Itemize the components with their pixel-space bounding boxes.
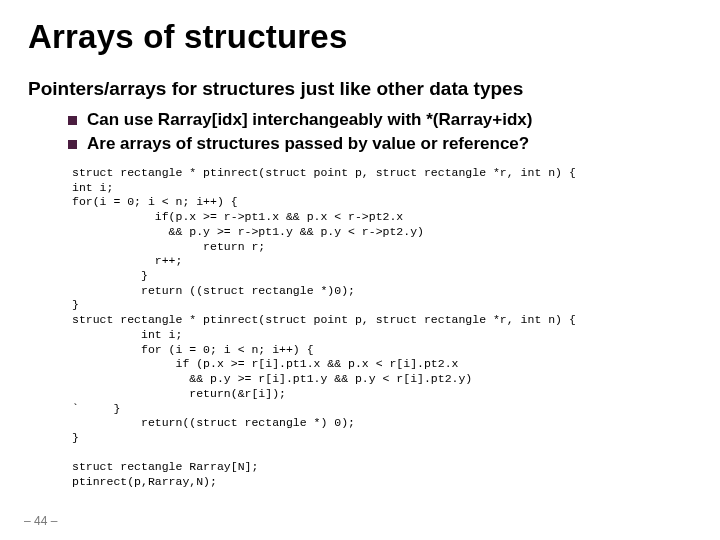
slide: Arrays of structures Pointers/arrays for… (0, 0, 720, 540)
square-bullet-icon (68, 140, 77, 149)
slide-title: Arrays of structures (28, 18, 692, 56)
page-number: – 44 – (24, 514, 57, 528)
bullet-text: Can use Rarray[idx] interchangeably with… (87, 110, 532, 130)
square-bullet-icon (68, 116, 77, 125)
bullet-list: Can use Rarray[idx] interchangeably with… (68, 110, 692, 154)
bullet-item: Are arrays of structures passed by value… (68, 134, 692, 154)
code-block: struct rectangle * ptinrect(struct point… (72, 166, 692, 490)
slide-subtitle: Pointers/arrays for structures just like… (28, 78, 692, 100)
bullet-item: Can use Rarray[idx] interchangeably with… (68, 110, 692, 130)
bullet-text: Are arrays of structures passed by value… (87, 134, 529, 154)
